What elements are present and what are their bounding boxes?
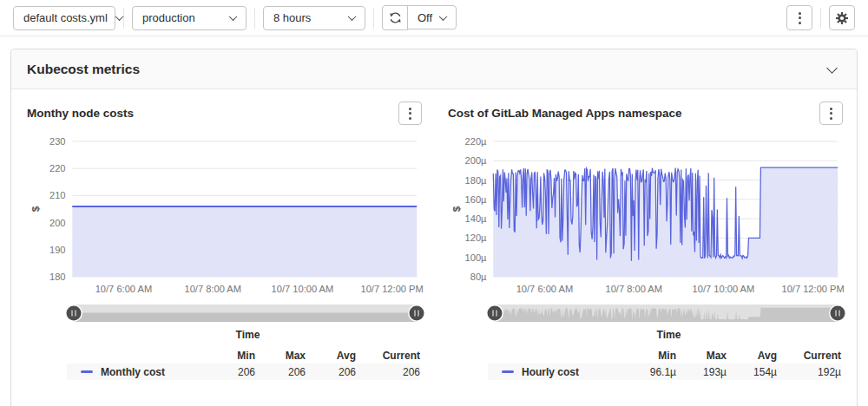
toolbar-divider [373,8,374,29]
slider-selection[interactable] [495,304,838,322]
gear-icon [835,11,849,25]
time-range-slider[interactable] [495,304,838,322]
legend-header-avg: Avg [727,350,777,362]
y-tick-label: 80µ [470,272,487,282]
chart-header: Monthy node costs [27,102,422,133]
more-actions-button[interactable] [786,5,812,30]
panel-title: Kubecost metrics [27,62,140,77]
chart-legend: Min Max Avg Current Hourly cost 96.1µ 19… [488,347,841,380]
legend-header-avg: Avg [306,350,356,362]
y-axis-title: $ [30,206,42,212]
time-range-select-value: 8 hours [273,11,311,24]
legend-header-row: Min Max Avg Current [67,347,420,363]
y-tick-label: 220 [49,163,66,174]
y-tick-label: 200 [49,217,66,227]
series-avg: 154µ [727,366,777,378]
series-avg: 206 [306,366,356,378]
x-tick-label: 10/7 10:00 AM [693,284,755,294]
refresh-icon [389,11,402,24]
chart-title: Monthy node costs [27,102,134,120]
panel-header[interactable]: Kubecost metrics [11,49,857,89]
series-area [72,206,417,277]
y-tick-label: 160µ [465,194,487,205]
chart-card-monthly-node-costs: Monthy node costs 230220210200190180$10/… [13,96,434,380]
series-label: Monthly cost [101,366,165,378]
y-tick-label: 230 [49,136,66,147]
dashboard-file-select[interactable]: default costs.yml [13,6,115,30]
dashboard-toolbar: default costs.yml production 8 hours Off [0,0,868,36]
series-color-marker [81,370,93,373]
series-color-marker [502,370,514,373]
x-tick-label: 10/7 12:00 PM [360,284,423,294]
time-range-slider[interactable] [74,304,417,322]
y-tick-label: 190 [49,245,66,255]
kebab-menu-icon [799,12,801,24]
x-tick-label: 10/7 10:00 AM [272,284,334,294]
chart-header: Cost of GitLab Managed Apps namespace [448,102,843,133]
series-min: 96.1µ [626,366,676,378]
toolbar-divider [820,8,821,29]
refresh-button[interactable] [382,5,408,30]
chart-more-actions-button[interactable] [819,102,843,125]
x-tick-label: 10/7 12:00 PM [781,284,844,294]
kebab-menu-icon [830,108,832,120]
x-tick-label: 10/7 6:00 AM [95,284,152,294]
x-axis-title: Time [495,329,843,341]
legend-header-current: Current [356,350,420,362]
legend-series-row[interactable]: Hourly cost 96.1µ 193µ 154µ 192µ [488,363,841,380]
chevron-down-icon [439,12,448,21]
charts-row: Monthy node costs 230220210200190180$10/… [11,89,857,380]
settings-button[interactable] [829,5,855,30]
y-tick-label: 180µ [465,174,487,185]
series-min: 206 [205,366,255,378]
kebab-menu-icon [409,108,411,120]
kubecost-metrics-panel: Kubecost metrics Monthy node costs 23022… [10,49,858,406]
environment-select-value: production [142,11,195,24]
x-axis-title: Time [74,329,422,341]
series-current: 206 [356,366,420,378]
dashboard-file-select-value: default costs.yml [23,11,108,24]
legend-header-min: Min [626,350,676,362]
environment-select[interactable]: production [132,6,247,30]
x-tick-label: 10/7 8:00 AM [605,284,661,294]
series-current: 192µ [777,366,841,378]
y-tick-label: 120µ [465,232,487,243]
y-tick-label: 100µ [465,252,487,263]
chart-title: Cost of GitLab Managed Apps namespace [448,102,682,120]
toolbar-divider [123,8,124,29]
legend-header-max: Max [255,350,306,362]
x-tick-label: 10/7 6:00 AM [516,284,573,294]
slider-handle-left[interactable] [67,306,82,321]
legend-header-current: Current [777,350,841,362]
chevron-down-icon [348,12,357,21]
slider-handle-right[interactable] [831,306,845,321]
chart-more-actions-button[interactable] [398,102,422,125]
y-tick-label: 180 [49,272,66,282]
y-tick-label: 210 [49,190,66,200]
series-max: 193µ [676,366,727,378]
collapse-chevron-icon[interactable] [826,62,838,74]
toolbar-divider [254,8,255,29]
slider-selection[interactable] [74,304,417,322]
monthly-node-costs-chart: 230220210200190180$10/7 6:00 AM10/7 8:00… [27,133,422,303]
slider-handle-left[interactable] [488,306,503,321]
series-label: Hourly cost [522,366,579,378]
legend-header-row: Min Max Avg Current [488,347,841,363]
series-max: 206 [255,366,306,378]
legend-header-max: Max [676,350,727,362]
legend-header-min: Min [205,350,255,362]
refresh-interval-select[interactable]: Off [407,5,457,29]
time-range-select[interactable]: 8 hours [263,6,365,30]
x-tick-label: 10/7 8:00 AM [184,284,240,294]
slider-handle-right[interactable] [410,306,424,321]
legend-series-row[interactable]: Monthly cost 206 206 206 206 [67,363,420,380]
chart-legend: Min Max Avg Current Monthly cost 206 206… [67,347,420,380]
managed-apps-cost-chart: 220µ200µ180µ160µ140µ120µ100µ80µ$10/7 6:0… [448,133,843,303]
refresh-interval-value: Off [418,11,432,24]
y-axis-title: $ [450,206,463,212]
chevron-down-icon [115,12,123,21]
y-tick-label: 200µ [465,155,487,166]
chart-card-managed-apps-cost: Cost of GitLab Managed Apps namespace 22… [434,96,855,380]
y-tick-label: 220µ [465,136,487,147]
y-tick-label: 140µ [465,213,487,224]
